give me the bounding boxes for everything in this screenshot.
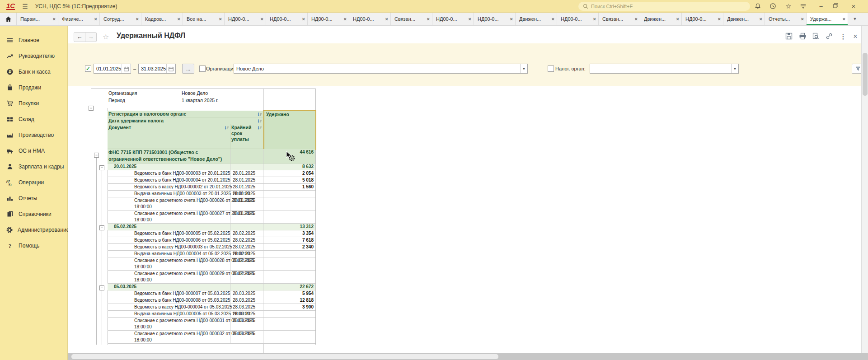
sidebar-item-dtkt[interactable]: ДтКтОперации [0,174,67,190]
sidebar-item-cart[interactable]: Покупки [0,95,67,111]
detail-row[interactable]: Списание с расчетного счета НД00-000029 … [91,271,315,284]
detail-row[interactable]: Выдача наличных НД00-000004 от 05.02.202… [91,251,315,257]
tab-item[interactable]: Все на...× [183,13,225,25]
date-group-row[interactable]: 05.03.202522 672 [91,284,315,290]
detail-row[interactable]: Ведомость в банк НД00-000003 от 20.01.20… [91,170,315,177]
tab-item[interactable]: НД00-0...× [432,13,474,25]
forward-button[interactable]: → [85,32,97,42]
tab-close-icon[interactable]: × [843,16,845,22]
col-withheld-selected-cell[interactable]: Удержано [263,110,316,150]
back-button[interactable]: ← [74,32,85,42]
restore-icon[interactable] [833,3,841,10]
tax-organ-checkbox[interactable] [548,65,554,72]
collapse-date1-box[interactable]: − [99,165,104,170]
org-checkbox[interactable] [199,65,206,72]
horizontal-scrollbar-thumb[interactable] [71,354,498,359]
tab-close-icon[interactable]: × [302,16,305,22]
notifications-icon[interactable] [755,3,763,10]
sidebar-item-books[interactable]: Справочники [0,206,67,222]
tab-item[interactable]: НД00-0...× [266,13,308,25]
horizontal-scrollbar[interactable] [68,353,868,360]
collapse-fns-box[interactable]: − [94,153,99,158]
save-icon[interactable] [785,33,794,41]
tab-close-icon[interactable]: × [219,16,222,22]
tab-close-icon[interactable]: × [427,16,430,22]
tab-item[interactable]: Движен...× [640,13,682,25]
history-icon[interactable] [769,3,778,10]
sidebar-item-trend[interactable]: Руководителю [0,48,67,64]
tab-home[interactable] [0,13,17,25]
tab-item[interactable]: Удержа...× [807,13,848,25]
tab-item[interactable]: НД00-0...× [349,13,391,25]
sidebar-item-ruble[interactable]: ₽Банк и касса [0,64,67,79]
sidebar-item-menu[interactable]: Главное [0,32,67,48]
tab-item[interactable]: Парам...× [17,13,58,25]
sort-icon[interactable] [257,125,262,149]
sidebar-item-grid[interactable]: Склад [0,111,67,127]
close-window-icon[interactable]: × [849,3,858,10]
tab-close-icon[interactable]: × [94,16,97,22]
period-to-field[interactable]: 31.03.2025 [138,64,176,74]
detail-row[interactable]: Списание с расчетного счета НД00-000031 … [91,318,315,331]
chevron-down-icon[interactable]: ▼ [520,64,527,73]
sidebar-item-help[interactable]: ?Помощь [0,238,67,253]
tab-close-icon[interactable]: × [261,16,263,22]
period-from-field[interactable]: 01.01.2025 [94,64,131,74]
favorites-icon[interactable]: ☆ [784,3,793,10]
print-icon[interactable] [799,33,808,41]
fns-group-row[interactable]: ФНС 7715 КПП 771501001 (Общество с огран… [91,149,315,164]
detail-row[interactable]: Ведомость в банк НД00-000006 от 05.02.20… [91,237,315,244]
tab-item[interactable]: Кадров...× [141,13,183,25]
sort-icon[interactable] [224,125,229,149]
tab-close-icon[interactable]: × [136,16,139,22]
period-checkbox[interactable]: ✓ [85,65,91,72]
calendar-icon[interactable] [122,64,131,73]
col-document[interactable]: Документ [108,124,230,149]
period-variants-button[interactable]: ... [182,64,194,74]
global-search-input[interactable]: Поиск Ctrl+Shift+F [578,2,750,11]
collapse-date2-box[interactable]: − [99,225,104,230]
tab-item[interactable]: НД00-0...× [308,13,349,25]
chevron-down-icon[interactable]: ▼ [731,64,738,73]
detail-row[interactable]: Списание с расчетного счета НД00-000028 … [91,257,315,271]
sidebar-item-bag[interactable]: Продажи [0,79,67,95]
org-combo[interactable]: Новое Дело ▼ [234,64,528,74]
detail-row[interactable]: Ведомость в кассу НД00-000002 от 20.01.2… [91,184,315,191]
sort-icon[interactable] [257,118,262,124]
sidebar-item-person[interactable]: Зарплата и кадры [0,159,67,174]
detail-row[interactable]: Ведомость в кассу НД00-000004 от 05.03.2… [91,304,315,311]
date-group-row[interactable]: 05.02.202513 312 [91,224,315,230]
sidebar-item-truck[interactable]: ОС и НМА [0,143,67,159]
vertical-scrollbar[interactable] [861,26,868,353]
kebab-menu-icon[interactable]: ⋮ [839,33,848,41]
tab-close-icon[interactable]: × [385,16,388,22]
detail-row[interactable]: Ведомость в банк НД00-000005 от 05.02.20… [91,230,315,237]
tab-close-icon[interactable]: × [801,16,804,22]
vertical-scrollbar-thumb[interactable] [863,53,868,96]
tab-close-icon[interactable]: × [676,16,679,22]
detail-row[interactable]: Списание с расчетного счета НД00-000032 … [91,331,315,344]
collapse-date3-box[interactable]: − [99,285,104,290]
tab-item[interactable]: НД00-0...× [474,13,516,25]
tab-item[interactable]: Физиче...× [58,13,100,25]
report-spreadsheet[interactable]: ОрганизацияНовое Дело Период1 квартал 20… [68,86,868,353]
sidebar-item-factory[interactable]: Производство [0,127,67,143]
link-icon[interactable] [826,33,835,41]
sidebar-item-bars[interactable]: Отчеты [0,190,67,206]
tab-close-icon[interactable]: × [178,16,180,22]
tab-close-icon[interactable]: × [760,16,762,22]
sort-icon[interactable] [257,111,262,117]
tab-item[interactable]: НД00-0...× [557,13,599,25]
col-withhold-date[interactable]: Дата удержания налога [108,117,263,124]
detail-row[interactable]: Ведомость в банк НД00-000007 от 05.03.20… [91,290,315,297]
sidebar-item-gear[interactable]: Администрирование [0,222,67,238]
tab-close-icon[interactable]: × [718,16,721,22]
detail-row[interactable]: Выдача наличных НД00-000003 от 20.01.202… [91,191,315,197]
tab-item[interactable]: Движен...× [516,13,557,25]
detail-row[interactable]: Выдача наличных НД00-000005 от 05.03.202… [91,311,315,318]
minimize-icon[interactable]: – [817,3,825,10]
date-group-row[interactable]: 20.01.20258 632 [91,164,315,170]
tab-item[interactable]: Связан...× [391,13,432,25]
tab-close-icon[interactable]: × [510,16,513,22]
detail-row[interactable]: Ведомость в кассу НД00-000003 от 05.02.2… [91,244,315,251]
